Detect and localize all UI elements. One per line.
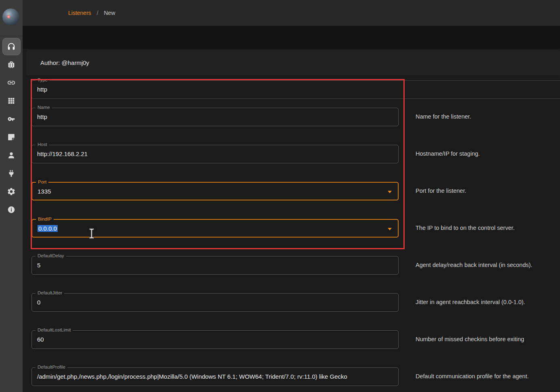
sidebar-item-reporting[interactable] bbox=[0, 128, 23, 146]
form-row-defaultlostlimit: DefaultLostLimit 60 Number of missed che… bbox=[0, 330, 560, 349]
chevron-down-icon[interactable] bbox=[388, 191, 392, 193]
defaultdelay-description: Agent delay/reach back interval (in seco… bbox=[416, 262, 532, 268]
defaultjitter-value: 0 bbox=[32, 294, 398, 306]
breadcrumb-listeners-link[interactable]: Listeners bbox=[68, 10, 91, 16]
defaultlostlimit-description: Number of missed checkins before exiting bbox=[416, 336, 524, 342]
host-value: http://192.168.2.21 bbox=[32, 145, 398, 157]
key-icon bbox=[7, 115, 16, 123]
title-band: New Listener bbox=[23, 26, 560, 49]
app-logo-deathstar[interactable] bbox=[2, 8, 19, 25]
defaultlostlimit-input[interactable]: DefaultLostLimit 60 bbox=[31, 330, 399, 349]
breadcrumb: Listeners / New bbox=[68, 10, 115, 16]
defaultjitter-description: Jitter in agent reachback interval (0.0-… bbox=[416, 299, 525, 305]
port-combobox[interactable]: Port 1335 bbox=[31, 182, 399, 200]
port-label: Port bbox=[36, 179, 48, 184]
defaultprofile-value: /admin/get.php,/news.php,/login/process.… bbox=[32, 368, 398, 380]
user-icon bbox=[7, 151, 16, 160]
author-text: Author: @harmj0y bbox=[40, 59, 89, 66]
sidebar-item-agents[interactable] bbox=[0, 73, 23, 92]
form-row-defaultdelay: DefaultDelay 5 Agent delay/reach back in… bbox=[0, 256, 560, 275]
top-app-bar: Listeners / New bbox=[23, 0, 560, 26]
sidebar-item-modules[interactable] bbox=[0, 92, 23, 110]
sidebar-nav bbox=[0, 37, 23, 219]
host-description: Hostname/IP for staging. bbox=[416, 150, 480, 157]
bindip-label: BindIP bbox=[36, 217, 54, 221]
host-label: Host bbox=[36, 142, 49, 147]
note-icon bbox=[7, 133, 16, 142]
logo-section bbox=[0, 0, 23, 36]
type-value: http bbox=[32, 81, 560, 93]
sidebar-item-credentials[interactable] bbox=[0, 110, 23, 128]
defaultprofile-description: Default communication profile for the ag… bbox=[416, 373, 529, 379]
info-icon bbox=[7, 205, 16, 214]
form-row-port: Port 1335 Port for the listener. bbox=[0, 182, 560, 200]
defaultdelay-input[interactable]: DefaultDelay 5 bbox=[31, 256, 399, 275]
grid-icon bbox=[7, 96, 16, 105]
defaultjitter-label: DefaultJitter bbox=[36, 290, 64, 295]
breadcrumb-separator: / bbox=[97, 10, 98, 16]
name-value: http bbox=[32, 108, 398, 120]
form-row-defaultjitter: DefaultJitter 0 Jitter in agent reachbac… bbox=[0, 293, 560, 312]
breadcrumb-current: New bbox=[104, 10, 115, 16]
new-listener-page: Listeners / New New Listener Author: @ha… bbox=[0, 0, 560, 392]
bindip-value: 0.0.0.0 bbox=[32, 220, 398, 232]
host-input[interactable]: Host http://192.168.2.21 bbox=[31, 145, 399, 163]
sidebar bbox=[0, 0, 23, 392]
defaultdelay-label: DefaultDelay bbox=[36, 253, 66, 258]
gear-icon bbox=[7, 187, 16, 196]
sidebar-item-stagers[interactable] bbox=[0, 55, 23, 73]
chevron-down-icon[interactable] bbox=[388, 228, 392, 230]
defaultprofile-label: DefaultProfile bbox=[36, 365, 67, 369]
author-card: Author: @harmj0y bbox=[27, 50, 560, 75]
defaultlostlimit-value: 60 bbox=[32, 331, 398, 343]
name-label: Name bbox=[36, 105, 52, 110]
headphones-icon bbox=[7, 42, 16, 51]
selected-text: 0.0.0.0 bbox=[38, 225, 58, 232]
form-row-bindip: BindIP 0.0.0.0 The IP to bind to on the … bbox=[0, 219, 560, 238]
port-value: 1335 bbox=[32, 183, 398, 195]
sidebar-item-settings[interactable] bbox=[0, 182, 23, 200]
defaultlostlimit-label: DefaultLostLimit bbox=[36, 327, 73, 332]
sidebar-item-about[interactable] bbox=[0, 200, 23, 219]
briefcase-icon bbox=[7, 60, 16, 69]
sidebar-item-plugins[interactable] bbox=[0, 164, 23, 182]
plug-icon bbox=[7, 169, 16, 178]
name-description: Name for the listener. bbox=[416, 113, 471, 120]
form-row-type: Type http bbox=[0, 80, 560, 99]
defaultdelay-value: 5 bbox=[32, 256, 398, 269]
type-label: Type bbox=[36, 77, 50, 82]
defaultprofile-input[interactable]: DefaultProfile /admin/get.php,/news.php,… bbox=[31, 367, 399, 386]
form-row-host: Host http://192.168.2.21 Hostname/IP for… bbox=[0, 145, 560, 163]
name-input[interactable]: Name http bbox=[31, 108, 399, 126]
form-row-defaultprofile: DefaultProfile /admin/get.php,/news.php,… bbox=[0, 367, 560, 386]
link-icon bbox=[7, 78, 16, 87]
sidebar-item-users[interactable] bbox=[0, 146, 23, 164]
form-row-name: Name http Name for the listener. bbox=[0, 108, 560, 126]
sidebar-item-listeners[interactable] bbox=[0, 37, 23, 55]
bindip-combobox[interactable]: BindIP 0.0.0.0 bbox=[31, 219, 399, 238]
bindip-description: The IP to bind to on the control server. bbox=[416, 225, 515, 231]
type-select[interactable]: Type http bbox=[31, 80, 560, 99]
defaultjitter-input[interactable]: DefaultJitter 0 bbox=[31, 293, 399, 312]
port-description: Port for the listener. bbox=[416, 188, 466, 194]
